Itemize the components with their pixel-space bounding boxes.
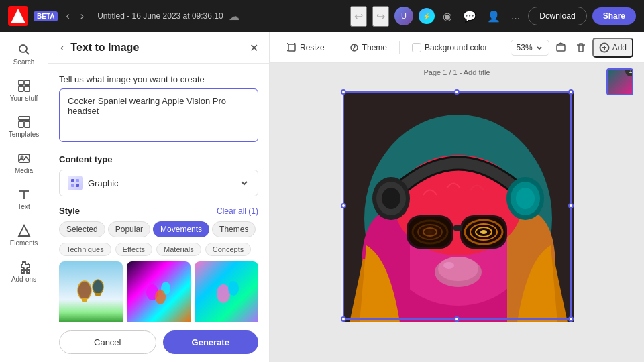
resize-button[interactable]: Resize	[280, 40, 331, 56]
share-button[interactable]: Share	[592, 7, 636, 25]
page-label: Page 1 / 1 - Add title	[423, 68, 490, 76]
sidebar-elements-label: Elements	[10, 239, 38, 247]
doc-title: Untitled - 16 June 2023 at 09:36.10	[97, 11, 223, 21]
prompt-label: Tell us what image you want to create	[59, 74, 258, 84]
beta-badge: BETA	[34, 11, 58, 21]
style-tab-selected[interactable]: Selected	[59, 221, 105, 237]
back-nav-button[interactable]: ‹	[63, 9, 72, 23]
panel-footer: Cancel Generate	[48, 322, 269, 362]
toolbar-separator-2	[399, 41, 400, 54]
thumbnail-strip: 1	[606, 68, 633, 95]
avatar: U	[394, 7, 413, 25]
sidebar-item-media[interactable]: Media	[4, 146, 44, 180]
theme-icon	[350, 43, 359, 52]
svg-point-78	[443, 262, 454, 269]
puzzle-icon	[17, 260, 31, 274]
content-type-section: Content type Graphic	[59, 154, 258, 196]
sidebar-item-templates[interactable]: Templates	[4, 110, 44, 143]
forward-nav-button[interactable]: ›	[78, 9, 87, 23]
download-button[interactable]: Download	[528, 7, 586, 25]
dog-image	[343, 91, 574, 322]
style-grid: Steampunk Synthwave	[59, 261, 258, 322]
share-icon[interactable]: 👤	[484, 7, 503, 25]
cancel-button[interactable]: Cancel	[59, 330, 156, 354]
sidebar-templates-label: Templates	[9, 131, 40, 138]
sidebar-your-stuff-label: Your stuff	[10, 95, 38, 102]
sidebar-media-label: Media	[15, 167, 33, 174]
style-cat-effects[interactable]: Effects	[115, 243, 152, 256]
more-options-icon[interactable]: ...	[508, 7, 523, 25]
comment-icon[interactable]: 💬	[460, 7, 479, 25]
panel-close-button[interactable]: ✕	[250, 42, 258, 54]
zoom-chevron-icon	[535, 44, 543, 52]
trash-icon	[576, 42, 586, 53]
svg-rect-25	[95, 293, 101, 296]
clear-all-button[interactable]: Clear all (1)	[217, 206, 258, 216]
sidebar-item-search[interactable]: Search	[4, 38, 44, 71]
style-cat-concepts[interactable]: Concepts	[205, 243, 251, 256]
sidebar-text-label: Text	[17, 203, 30, 210]
svg-point-72	[480, 230, 487, 234]
content-type-value: Graphic	[88, 178, 119, 188]
template-icon	[17, 115, 31, 129]
layers-icon	[555, 42, 566, 53]
adobe-top-bar: BETA ‹ › Untitled - 16 June 2023 at 09:3…	[0, 0, 644, 32]
text-to-image-panel: ‹ Text to Image ✕ Tell us what image you…	[48, 32, 270, 362]
style-section: Style Clear all (1) Selected Popular Mov…	[59, 206, 258, 322]
resize-icon	[287, 43, 297, 52]
svg-point-28	[155, 290, 166, 304]
cloud-sync-icon: ☁	[229, 10, 239, 23]
zoom-control[interactable]: 53%	[511, 40, 549, 56]
sidebar-item-your-stuff[interactable]: Your stuff	[4, 74, 44, 107]
svg-rect-48	[557, 45, 565, 51]
location-icon[interactable]: ◉	[440, 7, 455, 25]
prompt-textarea[interactable]: Cocker Spaniel wearing Apple Vision Pro …	[59, 88, 258, 142]
elements-icon	[17, 224, 31, 237]
page-thumbnail[interactable]: 1	[606, 68, 633, 95]
redo-button[interactable]: ↪	[372, 6, 389, 27]
style-item-steampunk[interactable]: Steampunk	[59, 261, 123, 322]
style-tabs: Selected Popular Movements Themes	[59, 221, 258, 237]
text-icon	[17, 188, 31, 201]
svg-rect-8	[19, 117, 30, 120]
sidebar-item-text[interactable]: Text	[4, 182, 44, 216]
adobe-logo	[8, 6, 28, 26]
bg-color-button[interactable]: Background color	[405, 40, 494, 56]
svg-rect-4	[19, 80, 23, 85]
generate-button[interactable]: Generate	[163, 330, 259, 354]
svg-point-2	[19, 45, 27, 52]
style-item-synthwave[interactable]: Synthwave	[127, 261, 191, 322]
svg-point-77	[438, 257, 478, 281]
sidebar-item-elements[interactable]: Elements	[4, 219, 44, 252]
style-tab-popular[interactable]: Popular	[108, 221, 150, 237]
style-cat-materials[interactable]: Materials	[156, 243, 201, 256]
style-tab-themes[interactable]: Themes	[212, 221, 256, 237]
canvas-frame[interactable]	[341, 90, 573, 321]
delete-button[interactable]	[572, 39, 590, 56]
prompt-section: Tell us what image you want to create Co…	[59, 74, 258, 145]
thumbnail-badge: 1	[625, 68, 633, 76]
svg-rect-46	[288, 44, 295, 51]
search-icon	[17, 43, 31, 56]
sidebar-item-add-ons[interactable]: Add-ons	[4, 255, 44, 288]
style-item-vaporwave[interactable]: Vaporwave	[195, 261, 258, 322]
svg-rect-65	[453, 225, 464, 231]
svg-point-29	[217, 284, 230, 303]
svg-point-59	[382, 188, 400, 209]
layers-button[interactable]	[552, 39, 570, 56]
chevron-down-icon	[239, 178, 250, 188]
content-type-label: Content type	[59, 154, 258, 164]
style-tab-movements[interactable]: Movements	[153, 221, 209, 237]
add-button[interactable]: Add	[592, 38, 633, 58]
panel-back-button[interactable]: ‹	[59, 40, 65, 55]
resize-label: Resize	[300, 43, 325, 52]
add-icon	[599, 42, 610, 53]
canvas-workspace[interactable]: Page 1 / 1 - Add title	[270, 63, 644, 362]
undo-button[interactable]: ↩	[350, 6, 367, 27]
style-cat-techniques[interactable]: Techniques	[59, 243, 111, 256]
sidebar-search-label: Search	[13, 58, 35, 66]
top-toolbar: Resize Theme Background color	[270, 32, 644, 63]
content-type-selector[interactable]: Graphic	[59, 170, 258, 196]
content-type-icon	[68, 176, 83, 190]
theme-button[interactable]: Theme	[343, 40, 394, 56]
